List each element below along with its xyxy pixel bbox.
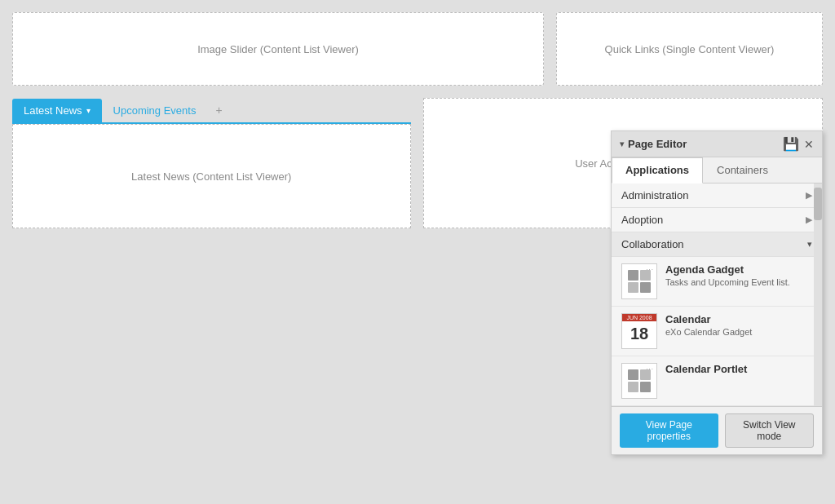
calendar-name: Calendar [665,313,752,325]
page-editor-save-icon[interactable]: 💾 [783,136,799,152]
latest-news-content-label: Latest News (Content List Viewer) [131,170,291,183]
tab-latest-news[interactable]: Latest News ▾ [12,99,102,122]
calendar-portlet-icon: ··· [621,363,657,399]
editor-scroll-area: Administration ▶ Adoption ▶ Collaboratio… [612,183,822,406]
grid-cell [628,382,638,392]
category-adoption-label: Adoption [621,214,663,226]
agenda-gadget-text: Agenda Gadget Tasks and Upcoming Event l… [665,263,790,287]
quick-links-widget: Quick Links (Single Content Viewer) [556,12,823,86]
page-editor-arrow-icon: ▾ [620,139,624,148]
latest-news-content: Latest News (Content List Viewer) [12,124,411,228]
calendar-portlet-name: Calendar Portlet [665,363,747,375]
agenda-icon-grid [628,270,651,293]
tab-upcoming-events-label: Upcoming Events [113,104,197,117]
page-editor-close-icon[interactable]: ✕ [804,138,814,151]
chevron-right-icon: ▶ [806,190,812,201]
quick-links-label: Quick Links (Single Content Viewer) [605,43,775,55]
chevron-down-icon: ▾ [807,239,812,250]
category-collaboration-label: Collaboration [621,238,684,250]
agenda-gadget-desc: Tasks and Upcoming Event list. [665,277,790,287]
page-editor-title: ▾ Page Editor [620,138,687,150]
left-panel: Latest News ▾ Upcoming Events + Latest N… [12,98,411,228]
editor-tabs: Applications Containers [612,157,822,183]
switch-view-mode-button[interactable]: Switch View mode [725,413,814,448]
page-editor-panel: ▾ Page Editor 💾 ✕ Applications Container… [611,130,823,455]
grid-cell [628,282,638,293]
tab-add-button[interactable]: + [207,98,230,122]
category-collaboration[interactable]: Collaboration ▾ [612,232,822,257]
page-editor-title-text: Page Editor [628,138,687,150]
calendar-day-label: 18 [622,321,656,346]
tab-bar: Latest News ▾ Upcoming Events + [12,98,411,124]
main-area: Image Slider (Content List Viewer) Quick… [0,0,835,504]
view-page-properties-button[interactable]: View Page properties [620,413,718,448]
tab-arrow-icon: ▾ [86,106,91,115]
category-administration[interactable]: Administration ▶ [612,183,822,208]
tab-latest-news-label: Latest News [24,104,82,117]
category-administration-label: Administration [621,189,688,201]
grid-cell [640,282,651,293]
app-item-agenda-gadget[interactable]: ··· Agenda Gadget Tasks and Upcoming Eve… [612,257,822,307]
page-editor-header: ▾ Page Editor 💾 ✕ [612,131,822,157]
tab-add-icon: + [215,104,222,117]
tab-containers-label: Containers [717,164,768,176]
tab-upcoming-events[interactable]: Upcoming Events [102,99,208,122]
agenda-gadget-icon: ··· [621,263,657,299]
image-slider-widget: Image Slider (Content List Viewer) [12,12,544,86]
agenda-gadget-name: Agenda Gadget [665,263,790,276]
calendar-month-label: JUN 2008 [622,314,656,321]
app-list: ··· Agenda Gadget Tasks and Upcoming Eve… [612,257,822,406]
page-editor-footer: View Page properties Switch View mode [612,406,822,454]
chevron-right-icon-2: ▶ [806,214,812,225]
app-item-calendar-portlet[interactable]: ··· Calendar Portlet [612,356,822,406]
calendar-portlet-text: Calendar Portlet [665,363,747,377]
grid-cell [628,270,638,281]
tab-applications[interactable]: Applications [612,157,703,183]
calendar-text: Calendar eXo Calendar Gadget [665,313,752,337]
grid-cell [628,369,638,380]
scrollbar-track[interactable] [814,183,822,406]
image-slider-label: Image Slider (Content List Viewer) [197,43,359,55]
tab-containers[interactable]: Containers [703,157,782,183]
category-adoption[interactable]: Adoption ▶ [612,208,822,232]
calendar-desc: eXo Calendar Gadget [665,327,752,337]
grid-cell [640,382,651,392]
scrollbar-thumb[interactable] [814,188,822,220]
calendar-gadget-icon: JUN 2008 18 [621,313,657,349]
page-editor-actions: 💾 ✕ [783,136,814,152]
app-item-calendar[interactable]: JUN 2008 18 Calendar eXo Calendar Gadget [612,307,822,356]
portlet-icon-grid [628,369,651,392]
tab-applications-label: Applications [625,164,689,176]
top-row: Image Slider (Content List Viewer) Quick… [12,12,823,86]
